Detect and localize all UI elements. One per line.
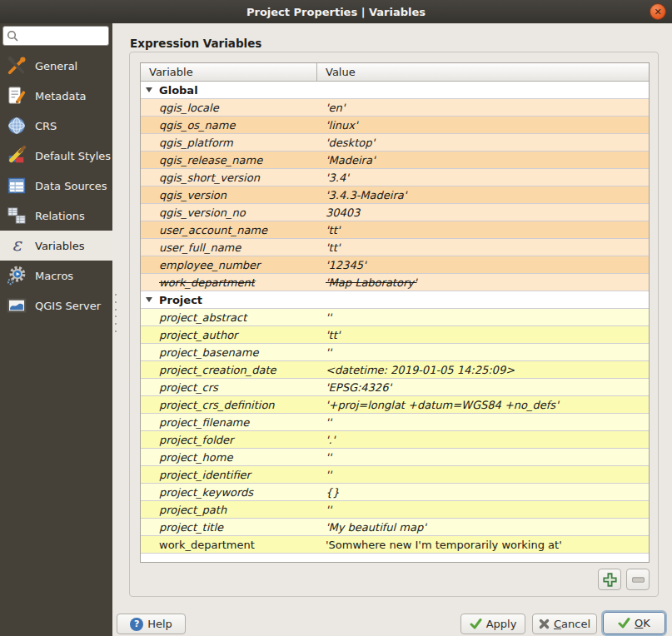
variable-name-cell[interactable]: project_author xyxy=(159,329,326,341)
column-header-variable[interactable]: Variable xyxy=(141,63,317,81)
table-row[interactable]: project_crs'EPSG:4326' xyxy=(141,379,649,396)
variable-name-cell[interactable]: project_path xyxy=(159,504,326,516)
variable-name-cell[interactable]: project_abstract xyxy=(159,311,326,324)
variable-value-cell[interactable]: '12345' xyxy=(326,259,649,271)
table-row[interactable]: employee_number'12345' xyxy=(141,256,649,274)
sidebar-item-macros[interactable]: Macros xyxy=(0,261,112,291)
table-row[interactable]: project_folder'.' xyxy=(141,431,649,449)
table-row[interactable]: project_author'tt' xyxy=(141,326,649,344)
variable-value-cell[interactable]: {} xyxy=(326,486,649,499)
variable-name-cell[interactable]: project_keywords xyxy=(159,486,326,499)
sidebar-item-metadata[interactable]: Metadata xyxy=(0,81,112,111)
table-row[interactable]: project_identifier'' xyxy=(141,466,649,484)
variable-name-cell[interactable]: project_folder xyxy=(159,434,326,446)
variable-name-cell[interactable]: qgis_version xyxy=(159,189,326,201)
variable-value-cell[interactable]: 'tt' xyxy=(326,224,649,236)
variable-value-cell[interactable]: '' xyxy=(326,504,649,516)
table-row[interactable]: qgis_locale'en' xyxy=(141,99,649,117)
table-row[interactable]: project_basename'' xyxy=(141,344,649,361)
table-row[interactable]: project_keywords{} xyxy=(141,484,649,501)
variable-name-cell[interactable]: work_department xyxy=(159,539,326,551)
variable-value-cell[interactable]: 'Madeira' xyxy=(326,154,649,166)
variable-value-cell[interactable]: <datetime: 2019-01-05 14:25:09> xyxy=(326,364,649,376)
sidebar-item-crs[interactable]: CRS xyxy=(0,111,112,141)
table-row[interactable]: project_home'' xyxy=(141,449,649,466)
table-row[interactable]: qgis_version'3.4.3-Madeira' xyxy=(141,186,649,204)
variable-value-cell[interactable]: '' xyxy=(326,451,649,464)
expander-triangle-icon[interactable] xyxy=(146,87,152,92)
table-row[interactable]: user_account_name'tt' xyxy=(141,221,649,239)
splitter-handle[interactable] xyxy=(113,294,118,332)
table-row[interactable]: user_full_name'tt' xyxy=(141,239,649,256)
variable-name-cell[interactable]: qgis_release_name xyxy=(159,154,326,166)
table-row[interactable]: qgis_platform'desktop' xyxy=(141,134,649,152)
table-row[interactable]: project_creation_date<datetime: 2019-01-… xyxy=(141,361,649,379)
cancel-button[interactable]: Cancel xyxy=(532,614,597,634)
table-row[interactable]: project_crs_definition'+proj=longlat +da… xyxy=(141,396,649,414)
variable-name-cell[interactable]: work_department xyxy=(159,276,326,289)
table-row[interactable]: project_abstract'' xyxy=(141,309,649,326)
sidebar-item-default-styles[interactable]: Default Styles xyxy=(0,141,112,171)
variable-value-cell[interactable]: '' xyxy=(326,469,649,481)
variable-value-cell[interactable]: '+proj=longlat +datum=WGS84 +no_defs' xyxy=(326,399,649,411)
sidebar-item-qgis-server[interactable]: QGIS Server xyxy=(0,291,112,320)
variable-name-cell[interactable]: project_filename xyxy=(159,416,326,429)
table-row[interactable]: project_path'' xyxy=(141,501,649,519)
variable-value-cell[interactable]: 'Map Laboratory' xyxy=(326,276,649,289)
variable-name-cell[interactable]: user_account_name xyxy=(159,224,326,236)
expander-triangle-icon[interactable] xyxy=(146,297,152,302)
table-row[interactable]: qgis_version_no30403 xyxy=(141,204,649,221)
table-row[interactable]: work_department'Map Laboratory' xyxy=(141,274,649,291)
sidebar-search[interactable] xyxy=(2,26,109,46)
variable-value-cell[interactable]: '' xyxy=(326,416,649,429)
column-header-value[interactable]: Value xyxy=(317,63,649,81)
variable-name-cell[interactable]: qgis_locale xyxy=(159,102,326,114)
variable-value-cell[interactable]: 'tt' xyxy=(326,329,649,341)
table-row[interactable]: qgis_release_name'Madeira' xyxy=(141,152,649,169)
table-row[interactable]: qgis_short_version'3.4' xyxy=(141,169,649,186)
sidebar-item-general[interactable]: General xyxy=(0,51,112,81)
variable-value-cell[interactable]: '.' xyxy=(326,434,649,446)
variable-name-cell[interactable]: qgis_platform xyxy=(159,137,326,149)
variable-name-cell[interactable]: qgis_os_name xyxy=(159,119,326,132)
close-icon[interactable]: ✕ xyxy=(650,3,666,20)
variable-value-cell[interactable]: 'Somwhere new I'm temporarily working at… xyxy=(326,539,649,551)
variable-name-cell[interactable]: project_crs xyxy=(159,381,326,394)
variable-name-cell[interactable]: project_crs_definition xyxy=(159,399,326,411)
variable-name-cell[interactable]: project_home xyxy=(159,451,326,464)
variable-value-cell[interactable]: 'desktop' xyxy=(326,137,649,149)
sidebar-item-relations[interactable]: Relations xyxy=(0,201,112,231)
variable-value-cell[interactable]: '3.4' xyxy=(326,171,649,184)
variable-name-cell[interactable]: user_full_name xyxy=(159,241,326,254)
variable-value-cell[interactable]: 'en' xyxy=(326,102,649,114)
variable-value-cell[interactable]: 'EPSG:4326' xyxy=(326,381,649,394)
variable-value-cell[interactable]: 'tt' xyxy=(326,241,649,254)
table-row[interactable]: work_department'Somwhere new I'm tempora… xyxy=(141,536,649,554)
variable-value-cell[interactable]: '' xyxy=(326,311,649,324)
variables-table[interactable]: Variable Value Globalqgis_locale'en'qgis… xyxy=(140,62,650,563)
help-button[interactable]: ? Help xyxy=(117,614,186,634)
variable-name-cell[interactable]: project_title xyxy=(159,521,326,534)
variable-name-cell[interactable]: project_identifier xyxy=(159,469,326,481)
variable-name-cell[interactable]: project_creation_date xyxy=(159,364,326,376)
variable-name-cell[interactable]: employee_number xyxy=(159,259,326,271)
search-input[interactable] xyxy=(18,27,108,44)
ok-button[interactable]: OK xyxy=(603,612,665,634)
table-row[interactable]: qgis_os_name'linux' xyxy=(141,117,649,134)
variable-value-cell[interactable]: 30403 xyxy=(326,206,649,219)
variable-name-cell[interactable]: qgis_short_version xyxy=(159,171,326,184)
sidebar-item-variables[interactable]: ε Variables xyxy=(0,231,112,261)
apply-button[interactable]: Apply xyxy=(460,614,525,634)
remove-variable-button[interactable] xyxy=(626,569,650,590)
section-row-global[interactable]: Global xyxy=(141,82,649,99)
add-variable-button[interactable] xyxy=(598,569,621,590)
variable-name-cell[interactable]: project_basename xyxy=(159,346,326,359)
variable-value-cell[interactable]: '3.4.3-Madeira' xyxy=(326,189,649,201)
table-row[interactable]: project_filename'' xyxy=(141,414,649,431)
variable-value-cell[interactable]: 'linux' xyxy=(326,119,649,132)
section-row-project[interactable]: Project xyxy=(141,291,649,309)
variable-value-cell[interactable]: 'My beautiful map' xyxy=(326,521,649,534)
sidebar-item-data-sources[interactable]: Data Sources xyxy=(0,171,112,201)
variable-name-cell[interactable]: qgis_version_no xyxy=(159,206,326,219)
variable-value-cell[interactable]: '' xyxy=(326,346,649,359)
